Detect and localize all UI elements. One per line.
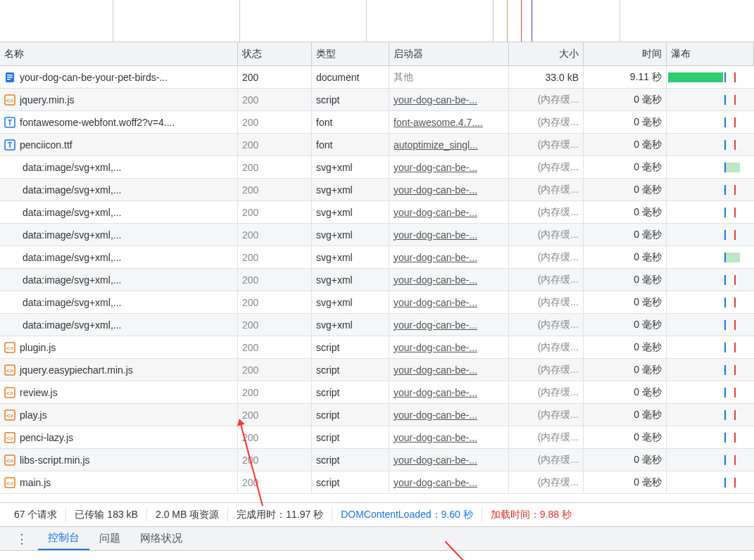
table-row[interactable]: data:image/svg+xml,...200svg+xmlyour-dog… — [0, 291, 754, 314]
request-status: 200 — [238, 471, 312, 493]
header-name[interactable]: 名称 — [0, 42, 238, 65]
table-row[interactable]: <>libs-script.min.js200scriptyour-dog-ca… — [0, 449, 754, 471]
request-initiator[interactable]: your-dog-can-be-... — [389, 156, 509, 178]
request-initiator[interactable]: your-dog-can-be-... — [389, 359, 509, 381]
request-status: 200 — [238, 156, 312, 178]
table-row[interactable]: <>play.js200scriptyour-dog-can-be-...(内存… — [0, 404, 754, 426]
waterfall-cell — [667, 404, 754, 426]
header-status[interactable]: 状态 — [238, 42, 312, 65]
header-initiator[interactable]: 启动器 — [389, 42, 509, 65]
request-initiator[interactable]: your-dog-can-be-... — [389, 449, 509, 471]
request-size: (内存缓... — [509, 201, 584, 223]
js-icon: <> — [4, 342, 15, 353]
tab-network-conditions[interactable]: 网络状况 — [130, 527, 192, 550]
request-initiator[interactable]: your-dog-can-be-... — [389, 404, 509, 426]
request-initiator[interactable]: 其他 — [389, 66, 509, 88]
request-initiator[interactable]: your-dog-can-be-... — [389, 426, 509, 448]
request-time: 0 毫秒 — [584, 449, 667, 471]
svg-rect-3 — [7, 79, 11, 80]
table-row[interactable]: <>main.js200scriptyour-dog-can-be-...(内存… — [0, 471, 754, 494]
request-initiator[interactable]: your-dog-can-be-... — [389, 269, 509, 291]
request-initiator[interactable]: your-dog-can-be-... — [389, 89, 509, 110]
document-icon — [4, 72, 15, 83]
request-name: main.js — [20, 477, 233, 488]
request-initiator[interactable]: your-dog-can-be-... — [389, 336, 509, 358]
table-row[interactable]: data:image/svg+xml,...200svg+xmlyour-dog… — [0, 269, 754, 291]
request-type: svg+xml — [312, 224, 389, 246]
header-time[interactable]: 时间 — [584, 42, 667, 65]
js-icon: <> — [4, 409, 15, 421]
more-menu-icon[interactable]: ⋮ — [6, 531, 38, 547]
header-type[interactable]: 类型 — [312, 42, 389, 65]
request-type: svg+xml — [312, 201, 389, 223]
request-name: plugin.js — [20, 342, 233, 353]
svg-text:<>: <> — [6, 97, 14, 104]
waterfall-cell — [667, 66, 754, 88]
table-row[interactable]: data:image/svg+xml,...200svg+xmlyour-dog… — [0, 224, 754, 246]
request-type: script — [312, 381, 389, 403]
js-icon: <> — [4, 454, 15, 466]
table-header-row: 名称 状态 类型 启动器 大小 时间 瀑布 — [0, 42, 754, 66]
table-row[interactable]: Tfontawesome-webfont.woff2?v=4....200fon… — [0, 111, 754, 134]
request-initiator[interactable]: your-dog-can-be-... — [389, 246, 509, 268]
request-name: data:image/svg+xml,... — [23, 297, 233, 308]
request-initiator[interactable]: your-dog-can-be-... — [389, 179, 509, 201]
request-type: script — [312, 359, 389, 381]
request-name: fontawesome-webfont.woff2?v=4.... — [20, 117, 233, 128]
request-status: 200 — [238, 269, 312, 291]
request-initiator[interactable]: your-dog-can-be-... — [389, 381, 509, 403]
waterfall-cell — [667, 134, 754, 155]
request-initiator[interactable]: your-dog-can-be-... — [389, 314, 509, 336]
tab-console[interactable]: 控制台 — [38, 527, 89, 550]
table-row[interactable]: data:image/svg+xml,...200svg+xmlyour-dog… — [0, 246, 754, 269]
tab-issues[interactable]: 问题 — [89, 527, 130, 550]
request-initiator[interactable]: your-dog-can-be-... — [389, 224, 509, 246]
js-icon: <> — [4, 94, 15, 106]
request-name: data:image/svg+xml,... — [23, 162, 233, 173]
request-size: (内存缓... — [509, 381, 584, 403]
summary-load: 加载时间：9.88 秒 — [482, 509, 580, 521]
request-initiator[interactable]: your-dog-can-be-... — [389, 201, 509, 223]
request-type: svg+xml — [312, 314, 389, 336]
request-status: 200 — [238, 224, 312, 246]
table-row[interactable]: <>jquery.easypiechart.min.js200scriptyou… — [0, 359, 754, 381]
js-icon: <> — [4, 432, 15, 443]
request-status: 200 — [238, 179, 312, 201]
request-size: (内存缓... — [509, 359, 584, 381]
table-row[interactable]: <>review.js200scriptyour-dog-can-be-...(… — [0, 381, 754, 404]
request-type: document — [312, 66, 389, 88]
request-type: script — [312, 404, 389, 426]
request-initiator[interactable]: your-dog-can-be-... — [389, 471, 509, 493]
request-time: 0 毫秒 — [584, 156, 667, 178]
request-type: svg+xml — [312, 291, 389, 313]
request-size: (内存缓... — [509, 404, 584, 426]
table-row[interactable]: Tpenciicon.ttf200fontautoptimize_singl..… — [0, 134, 754, 156]
request-initiator[interactable]: your-dog-can-be-... — [389, 291, 509, 313]
request-table-body: your-dog-can-be-your-pet-birds-...200doc… — [0, 66, 754, 494]
table-row[interactable]: <>plugin.js200scriptyour-dog-can-be-...(… — [0, 336, 754, 359]
request-type: font — [312, 134, 389, 155]
waterfall-cell — [667, 426, 754, 448]
request-status: 200 — [238, 66, 312, 88]
table-row[interactable]: data:image/svg+xml,...200svg+xmlyour-dog… — [0, 201, 754, 224]
header-size[interactable]: 大小 — [509, 42, 584, 65]
waterfall-cell — [667, 359, 754, 381]
timeline-overview[interactable] — [0, 0, 754, 42]
table-row[interactable]: data:image/svg+xml,...200svg+xmlyour-dog… — [0, 179, 754, 201]
request-initiator[interactable]: autoptimize_singl... — [389, 134, 509, 155]
table-row[interactable]: <>jquery.min.js200scriptyour-dog-can-be-… — [0, 89, 754, 111]
header-waterfall[interactable]: 瀑布 — [667, 42, 754, 65]
request-initiator[interactable]: font-awesome.4.7.... — [389, 111, 509, 133]
table-row[interactable]: your-dog-can-be-your-pet-birds-...200doc… — [0, 66, 754, 89]
waterfall-cell — [667, 471, 754, 493]
request-size: (内存缓... — [509, 314, 584, 336]
request-name: jquery.min.js — [20, 94, 233, 106]
table-row[interactable]: <>penci-lazy.js200scriptyour-dog-can-be-… — [0, 426, 754, 449]
request-status: 200 — [238, 201, 312, 223]
request-size: (内存缓... — [509, 449, 584, 471]
waterfall-cell — [667, 156, 754, 178]
table-row[interactable]: data:image/svg+xml,...200svg+xmlyour-dog… — [0, 156, 754, 179]
table-row[interactable]: data:image/svg+xml,...200svg+xmlyour-dog… — [0, 314, 754, 336]
svg-text:T: T — [8, 141, 12, 149]
request-status: 200 — [238, 359, 312, 381]
